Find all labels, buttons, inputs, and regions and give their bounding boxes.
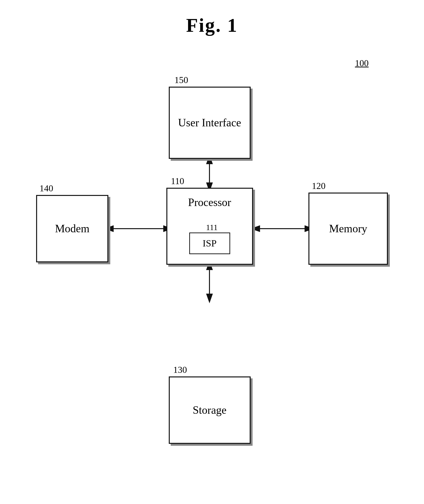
memory-box: Memory 120 xyxy=(308,193,388,265)
ref-111: 111 xyxy=(206,222,218,233)
ref-150: 150 xyxy=(175,74,188,86)
processor-label: Processor xyxy=(188,195,231,209)
ref-100: 100 xyxy=(355,58,369,68)
ref-120: 120 xyxy=(312,180,326,192)
isp-label: ISP xyxy=(203,237,217,249)
user-interface-box: User Interface 150 xyxy=(169,87,251,159)
figure-title: Fig. 1 xyxy=(0,14,424,36)
storage-box: Storage 130 xyxy=(169,376,251,444)
isp-box: ISP xyxy=(189,233,230,254)
page: Fig. 1 100 xyxy=(0,0,424,504)
user-interface-label: User Interface xyxy=(178,116,241,130)
ref-140: 140 xyxy=(39,183,53,194)
processor-box: Processor ISP 111 110 xyxy=(166,188,253,265)
modem-box: Modem 140 xyxy=(36,195,108,262)
modem-label: Modem xyxy=(55,222,89,236)
ref-110: 110 xyxy=(171,175,184,187)
memory-label: Memory xyxy=(329,222,367,236)
ref-130: 130 xyxy=(173,364,187,376)
diagram: 100 xyxy=(36,55,388,468)
storage-label: Storage xyxy=(193,403,227,417)
